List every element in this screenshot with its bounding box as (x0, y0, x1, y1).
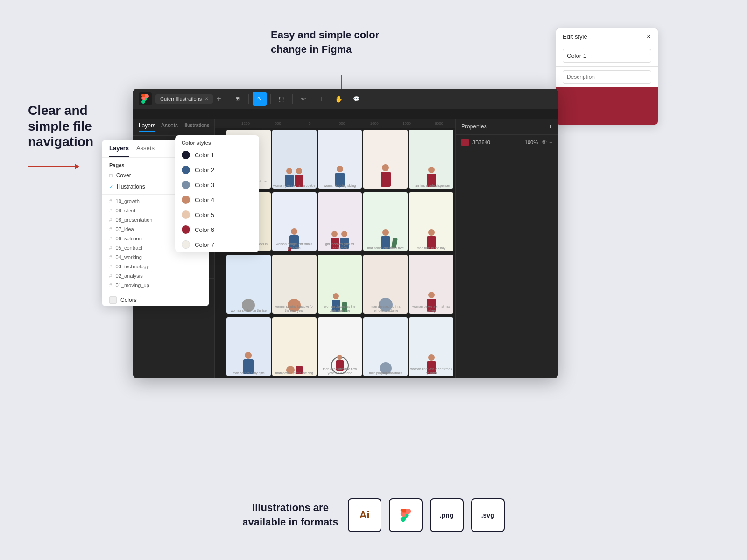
figma-tab-active[interactable]: Cuterr Illustrations ✕ (155, 94, 213, 104)
edit-style-color1-field[interactable] (556, 45, 658, 67)
tool-pen[interactable]: ✏ (296, 92, 310, 106)
color-style-1[interactable]: Color 1 (175, 147, 259, 162)
caption-20: woman unravels a christmas garland (409, 367, 453, 375)
tool-hand[interactable]: ✋ (332, 92, 346, 106)
figure-10 (411, 208, 451, 250)
edit-style-close-icon[interactable]: ✕ (646, 33, 651, 40)
layers-layer-01[interactable]: # 01_moving_up (102, 280, 209, 290)
properties-add-icon[interactable]: + (549, 123, 552, 130)
illus-cell-10: man hole in the hay (409, 192, 453, 251)
caption-11: woman skates on the ice (226, 309, 271, 313)
figma-panel-tabs: Layers Assets Illustrations ⌄ (133, 119, 214, 136)
figma-layers-tab[interactable]: Layers (139, 122, 155, 132)
format-figma-box (389, 498, 423, 532)
layer-01-label: 01_moving_up (116, 282, 149, 288)
figma-canvas-label: Illustrations (183, 122, 210, 132)
color-dot-4 (182, 196, 190, 204)
edit-style-color-preview (556, 87, 658, 125)
figure-3 (320, 146, 360, 187)
page-illustrations-check-icon: ✓ (109, 184, 113, 189)
color-name-6: Color 6 (195, 226, 214, 233)
color-opacity-value: 100% (525, 140, 538, 145)
color-dot-6 (182, 225, 190, 234)
figure-11 (228, 271, 269, 312)
figma-logo (139, 92, 152, 105)
illus-cell-9: man takes christmas tree (363, 192, 408, 251)
top-center-title: Easy and simple colorchange in Figma (271, 28, 411, 57)
illus-cell-2: woman gives a man a cookie (272, 130, 317, 189)
description-input[interactable] (563, 70, 651, 84)
edit-style-title: Edit style (563, 33, 587, 40)
layer-08-label: 08_presentation (116, 217, 153, 223)
illus-cell-15: woman bakes a christmas turkey (409, 255, 453, 314)
format-png-box: .png (430, 498, 464, 532)
color-style-4[interactable]: Color 4 (175, 192, 259, 207)
illus-cell-13: woman decorates the christmas tree (318, 255, 362, 314)
format-svg-label: .svg (481, 511, 494, 519)
ruler-mark-7: 8000 (423, 121, 455, 126)
caption-2: woman gives a man a cookie (272, 184, 317, 188)
color-swatch[interactable] (461, 139, 469, 146)
figma-tab-close-icon[interactable]: ✕ (204, 96, 208, 101)
figma-format-icon (399, 509, 412, 522)
illus-cell-7: woman bought christmas presents (272, 192, 317, 251)
layer-icon-05: # (109, 245, 112, 251)
color-name-3: Color 3 (195, 182, 214, 189)
layer-icon-08: # (109, 217, 112, 223)
minus-icon[interactable]: − (549, 139, 552, 146)
caption-18: man decorates the new year's eve scene (318, 367, 362, 375)
illus-cell-11: woman skates on the ice (226, 255, 271, 314)
figma-toolbar: Cuterr Illustrations ✕ + ⊞ ↖ ⬚ ✏ T ✋ 💬 (133, 89, 558, 109)
color-style-7[interactable]: Color 7 (175, 237, 259, 252)
layer-03-label: 03_technology (116, 264, 149, 269)
illus-cell-5: man has a cute dispenser (409, 130, 453, 189)
format-icons: Ai .png .svg (348, 498, 505, 532)
page-cover-icon: □ (109, 173, 113, 178)
assets-tab-button[interactable]: Assets (136, 140, 155, 157)
ruler-mark-4: 500 (326, 121, 358, 126)
tool-grid[interactable]: ⊞ (231, 92, 245, 106)
ruler-mark-1: -1200 (229, 121, 261, 126)
caption-3: woman is going skiing (318, 184, 362, 188)
layer-06-label: 06_solution (116, 236, 142, 241)
tool-select[interactable]: ↖ (253, 92, 267, 106)
figma-tools: ⊞ ↖ ⬚ ✏ T ✋ 💬 (231, 92, 364, 106)
layers-colors-item[interactable]: Colors (102, 294, 209, 306)
tool-text[interactable]: T (314, 92, 328, 106)
color-style-3[interactable]: Color 3 (175, 177, 259, 192)
format-png-label: .png (440, 511, 454, 519)
caption-8: girl receives gifts for christmas (318, 242, 362, 250)
color-style-2[interactable]: Color 2 (175, 162, 259, 177)
tool-frame[interactable]: ⬚ (275, 92, 289, 106)
illus-cell-18: man decorates the new year's eve scene (318, 317, 362, 376)
color1-input[interactable] (563, 49, 651, 63)
caption-13: woman decorates the christmas tree (318, 305, 362, 313)
color-name-2: Color 2 (195, 167, 214, 174)
illus-cell-17: man gave a gift to the dog (272, 317, 317, 376)
color-style-5[interactable]: Color 5 (175, 207, 259, 222)
color-dot-7 (182, 240, 190, 249)
figure-4 (365, 146, 406, 187)
color-hex-value: 3B3640 (472, 140, 521, 145)
layer-icon-01: # (109, 283, 112, 288)
figma-properties-header: Properties + (456, 119, 558, 135)
format-ai-box: Ai (348, 498, 381, 532)
figma-canvas: man is coming out of the present (225, 128, 455, 378)
tool-separator-3 (292, 94, 293, 104)
figma-tab-add-icon[interactable]: + (217, 95, 221, 103)
eye-icon[interactable]: 👁 (542, 139, 547, 146)
color-styles-panel: Color styles Color 1 Color 2 Color 3 Col… (175, 135, 259, 252)
edit-style-description-field[interactable] (556, 67, 658, 87)
illus-cell-12: woman singing karaoke for the new year (272, 255, 317, 314)
tool-comment[interactable]: 💬 (350, 92, 364, 106)
layers-layer-04[interactable]: # 04_working (102, 252, 209, 262)
layers-tab-button[interactable]: Layers (109, 140, 129, 157)
layers-layer-03[interactable]: # 03_technology (102, 262, 209, 271)
layer-icon-02: # (109, 273, 112, 279)
layer-icon-04: # (109, 255, 112, 260)
color-style-6[interactable]: Color 6 (175, 222, 259, 237)
figma-assets-tab[interactable]: Assets (161, 122, 178, 132)
ruler-mark-2: -500 (261, 121, 293, 126)
layers-layer-02[interactable]: # 02_analysis (102, 271, 209, 280)
canvas-ruler: -1200 -500 0 500 1000 1500 8000 (215, 119, 455, 128)
